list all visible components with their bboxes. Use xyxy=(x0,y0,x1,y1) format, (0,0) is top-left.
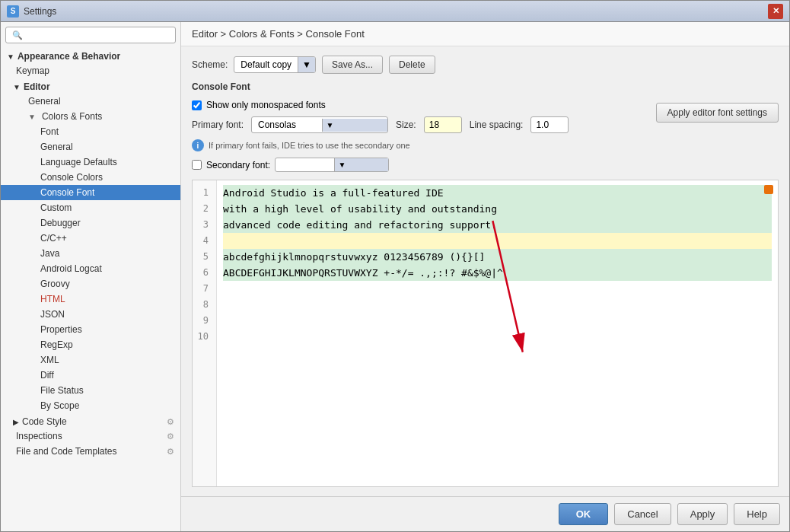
appearance-label: Appearance & Behavior xyxy=(18,51,120,62)
debugger-label: Debugger xyxy=(40,218,81,228)
search-input[interactable] xyxy=(26,30,169,40)
monospaced-label: Show only monospaced fonts xyxy=(206,100,326,110)
sidebar-item-inspections[interactable]: Inspections ⚙ xyxy=(1,428,180,444)
settings-window: S Settings ✕ 🔍 ▼ Appearance & Behavior K… xyxy=(0,0,790,532)
secondary-font-row: Secondary font: ▼ xyxy=(192,158,656,172)
primary-font-value: Consolas xyxy=(252,117,322,132)
secondary-font-checkbox[interactable] xyxy=(192,160,202,170)
sidebar-item-language-defaults[interactable]: Language Defaults xyxy=(1,155,180,170)
sidebar-item-file-status[interactable]: File Status xyxy=(1,383,180,398)
search-box[interactable]: 🔍 xyxy=(5,27,176,43)
sidebar-item-file-code-templates[interactable]: File and Code Templates ⚙ xyxy=(1,444,180,459)
breadcrumb: Editor > Colors & Fonts > Console Font xyxy=(181,22,789,46)
line-num-5: 5 xyxy=(196,249,213,265)
size-label: Size: xyxy=(396,119,416,130)
sidebar-item-colors-fonts[interactable]: ▼ Colors & Fonts xyxy=(1,109,180,124)
info-row: i If primary font fails, IDE tries to us… xyxy=(192,139,656,151)
primary-font-label: Primary font: xyxy=(192,119,244,130)
save-as-button[interactable]: Save As... xyxy=(322,56,383,74)
preview-area: 1 2 3 4 5 6 7 8 9 10 Android Studio is a… xyxy=(192,180,779,487)
sidebar-item-debugger[interactable]: Debugger xyxy=(1,215,180,231)
line-num-1: 1 xyxy=(196,185,213,201)
info-text: If primary font fails, IDE tries to use … xyxy=(209,141,410,150)
main-content: 🔍 ▼ Appearance & Behavior Keymap ▼ Edito… xyxy=(1,22,789,531)
diff-label: Diff xyxy=(40,370,54,381)
scheme-dropdown-btn[interactable]: ▼ xyxy=(298,57,315,72)
line-spacing-label: Line spacing: xyxy=(470,119,524,130)
orange-mark xyxy=(764,185,773,194)
colors-fonts-label: Colors & Fonts xyxy=(42,111,102,122)
sidebar-item-appearance[interactable]: ▼ Appearance & Behavior xyxy=(1,48,180,63)
sidebar-item-properties[interactable]: Properties xyxy=(1,322,180,337)
sidebar-item-cpp[interactable]: C/C++ xyxy=(1,231,180,246)
sidebar-item-console-colors[interactable]: Console Colors xyxy=(1,170,180,185)
scheme-label: Scheme: xyxy=(192,59,228,70)
sidebar-item-xml[interactable]: XML xyxy=(1,352,180,368)
sidebar-item-android-logcat[interactable]: Android Logcat xyxy=(1,261,180,276)
preview-line-1: Android Studio is a full-featured IDE xyxy=(223,185,772,201)
inspections-gear-icon: ⚙ xyxy=(167,432,174,441)
inspections-label: Inspections xyxy=(16,431,62,441)
panel-right: Apply editor font settings xyxy=(656,100,779,123)
android-logcat-label: Android Logcat xyxy=(40,263,102,274)
scheme-value: Default copy xyxy=(234,57,298,72)
cancel-button[interactable]: Cancel xyxy=(614,503,671,525)
app-icon: S xyxy=(7,5,19,18)
secondary-font-value xyxy=(276,163,334,167)
panel-top-row: Show only monospaced fonts Primary font:… xyxy=(192,100,779,172)
html-label: HTML xyxy=(40,294,65,304)
delete-button[interactable]: Delete xyxy=(389,56,435,74)
close-button[interactable]: ✕ xyxy=(768,4,783,19)
sidebar-item-html[interactable]: HTML xyxy=(1,291,180,307)
preview-line-5: abcdefghijklmnopqrstuvwxyz 0123456789 ()… xyxy=(223,249,772,265)
apply-editor-font-button[interactable]: Apply editor font settings xyxy=(656,103,779,123)
cpp-label: C/C++ xyxy=(40,233,67,244)
console-font-section-title: Console Font xyxy=(192,81,779,92)
primary-font-dropdown[interactable]: Consolas ▼ xyxy=(251,116,388,133)
sidebar-item-editor[interactable]: ▼ Editor xyxy=(1,78,180,94)
by-scope-label: By Scope xyxy=(40,400,79,411)
size-input[interactable] xyxy=(424,116,462,133)
line-num-8: 8 xyxy=(196,297,213,313)
sidebar-item-colors-general[interactable]: General xyxy=(1,139,180,155)
primary-font-dropdown-btn[interactable]: ▼ xyxy=(322,119,388,132)
line-num-3: 3 xyxy=(196,217,213,233)
sidebar-item-diff[interactable]: Diff xyxy=(1,368,180,383)
bottom-bar: OK Cancel Apply Help xyxy=(181,496,789,531)
preview-line-10 xyxy=(223,329,772,345)
collapse-arrow: ▼ xyxy=(7,53,14,61)
font-label: Font xyxy=(40,126,59,137)
font-row: Primary font: Consolas ▼ Size: Line spac… xyxy=(192,116,656,133)
help-button[interactable]: Help xyxy=(734,503,780,525)
monospaced-checkbox[interactable] xyxy=(192,100,202,110)
preview-line-2: with a high level of usability and outst… xyxy=(223,201,772,217)
line-num-6: 6 xyxy=(196,265,213,281)
sidebar-item-java[interactable]: Java xyxy=(1,246,180,261)
groovy-label: Groovy xyxy=(40,279,70,289)
secondary-font-dropdown[interactable]: ▼ xyxy=(275,158,389,172)
json-label: JSON xyxy=(40,309,65,320)
file-code-templates-gear-icon: ⚙ xyxy=(167,447,174,457)
gear-icon: ⚙ xyxy=(167,417,174,427)
sidebar-item-custom[interactable]: Custom xyxy=(1,200,180,215)
sidebar-item-keymap[interactable]: Keymap xyxy=(1,63,180,78)
ok-button[interactable]: OK xyxy=(559,503,609,525)
sidebar-item-json[interactable]: JSON xyxy=(1,307,180,322)
line-spacing-input[interactable] xyxy=(530,116,569,133)
preview-gutter: 1 2 3 4 5 6 7 8 9 10 xyxy=(193,180,217,486)
sidebar-item-by-scope[interactable]: By Scope xyxy=(1,398,180,413)
apply-button[interactable]: Apply xyxy=(677,503,728,525)
sidebar-item-general[interactable]: General xyxy=(1,94,180,109)
sidebar-item-regexp[interactable]: RegExp xyxy=(1,337,180,352)
sidebar-item-code-style[interactable]: ▶ Code Style ⚙ xyxy=(1,413,180,428)
regexp-label: RegExp xyxy=(40,339,73,350)
sidebar-item-font[interactable]: Font xyxy=(1,124,180,139)
secondary-font-label: Secondary font: xyxy=(206,160,270,170)
java-label: Java xyxy=(40,248,59,259)
scheme-row: Scheme: Default copy ▼ Save As... Delete xyxy=(192,56,779,74)
scheme-dropdown[interactable]: Default copy ▼ xyxy=(234,56,316,73)
secondary-font-dropdown-btn[interactable]: ▼ xyxy=(334,158,389,171)
sidebar-item-groovy[interactable]: Groovy xyxy=(1,276,180,291)
code-style-label: Code Style xyxy=(22,416,67,427)
sidebar-item-console-font[interactable]: Console Font xyxy=(1,185,180,200)
